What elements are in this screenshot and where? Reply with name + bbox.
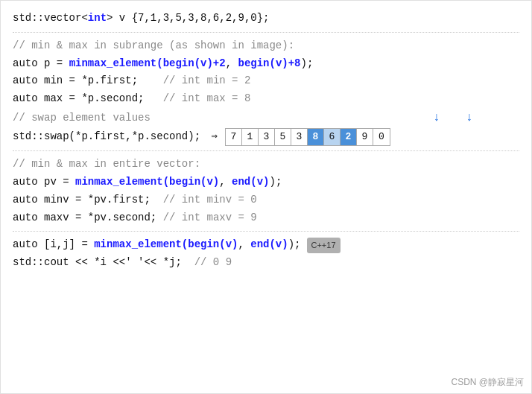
code-line-7: auto minv = *pv.first; // int minv = 0	[13, 191, 519, 209]
array-cell-7: 2	[341, 129, 357, 145]
array-visualization: 7 1 3 5 3 8 6 2 9 0	[225, 128, 390, 146]
code-container: std::vector<int> v {7,1,3,5,3,8,6,2,9,0}…	[0, 0, 532, 394]
divider-1	[13, 32, 519, 33]
array-cell-9: 0	[373, 129, 390, 145]
divider-3	[13, 231, 519, 232]
array-cell-3: 5	[275, 129, 291, 145]
arrow-spacer-1	[346, 108, 363, 128]
array-cell-6: 6	[324, 129, 341, 145]
arrow-spacer-6	[445, 108, 461, 128]
arrow-spacer-5	[412, 108, 428, 128]
code-text: std::vector<int> v {7,1,3,5,3,8,6,2,9,0}…	[13, 10, 269, 28]
code-line-4: auto max = *p.second; // int max = 8	[13, 90, 519, 108]
code-line-10: std::cout << *i <<' '<< *j; // 0 9	[13, 254, 519, 272]
code-comment-1: // min & max in subrange (as shown in im…	[13, 37, 519, 55]
arrow-spacer-2	[363, 108, 379, 128]
comment-text-2: // swap element values	[13, 109, 151, 127]
comment-text: // min & max in subrange (as shown in im…	[13, 37, 294, 55]
code-line-5: std::swap(*p.first,*p.second); ⇒ 7 1 3 5…	[13, 128, 519, 146]
array-cell-1: 1	[242, 129, 259, 145]
code-comment-3: // min & max in entire vector:	[13, 156, 519, 174]
divider-2	[13, 150, 519, 151]
cpp17-badge: C++17	[307, 238, 341, 253]
arrow-down-2: ↓	[461, 108, 478, 128]
arrow-spacer-3	[379, 108, 396, 128]
code-line-2: auto p = minmax_element(begin(v)+2, begi…	[13, 55, 519, 73]
code-line-6: auto pv = minmax_element(begin(v), end(v…	[13, 174, 519, 191]
comment-text-3: // min & max in entire vector:	[13, 156, 200, 174]
code-line-3: auto min = *p.first; // int min = 2	[13, 72, 519, 90]
equiv-arrow: ⇒	[211, 128, 217, 146]
array-arrows: ↓ ↓	[346, 108, 478, 128]
array-cell-5: 8	[308, 129, 324, 145]
arrow-down-1: ↓	[428, 108, 445, 128]
array-cell-0: 7	[226, 129, 242, 145]
code-line-9: auto [i,j] = minmax_element(begin(v), en…	[13, 236, 519, 254]
watermark: CSDN @静寂星河	[451, 376, 524, 389]
array-cell-2: 3	[259, 129, 275, 145]
array-cell-4: 3	[291, 129, 308, 145]
arrow-spacer-4	[396, 108, 412, 128]
code-comment-2: // swap element values ↓ ↓	[13, 108, 519, 128]
array-cell-8: 9	[357, 129, 373, 145]
code-line-8: auto maxv = *pv.second; // int maxv = 9	[13, 209, 519, 227]
code-line-1: std::vector<int> v {7,1,3,5,3,8,6,2,9,0}…	[13, 10, 519, 28]
